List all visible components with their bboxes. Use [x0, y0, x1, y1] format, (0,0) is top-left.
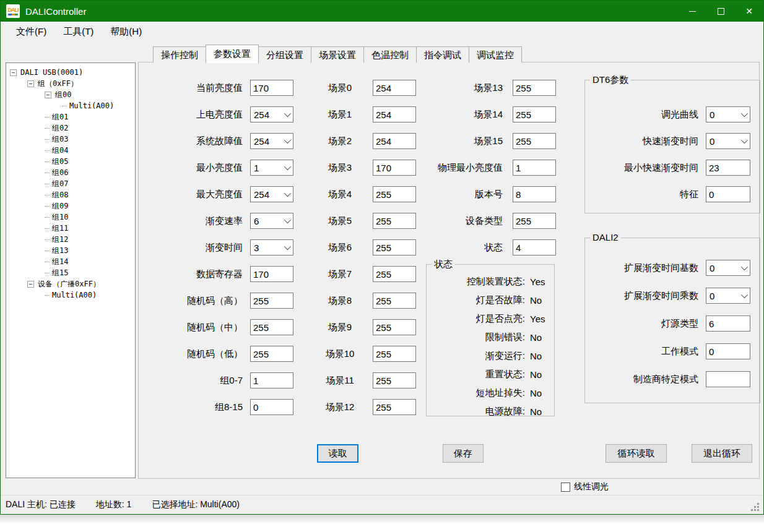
tree-item[interactable]: 组03: [6, 134, 135, 145]
tab-parameter-settings[interactable]: 参数设置: [206, 45, 259, 63]
menu-item-2[interactable]: 帮助(H): [110, 26, 142, 38]
field-input[interactable]: [706, 186, 750, 202]
field-input[interactable]: [373, 346, 416, 362]
tree-item[interactable]: 组12: [6, 234, 135, 245]
checkbox-icon[interactable]: [561, 483, 570, 492]
status-row: 重置状态:No: [427, 365, 554, 384]
field-input[interactable]: [513, 186, 556, 202]
tree-item[interactable]: Multi(A00): [6, 290, 135, 301]
linear-dimming-checkbox[interactable]: 线性调光: [561, 481, 609, 492]
dt6-groupbox: DT6参数 调光曲线0快速渐变时间0最小快速渐变时间特征: [584, 80, 760, 213]
field-input[interactable]: [513, 80, 556, 96]
exit-loop-button[interactable]: 退出循环: [692, 444, 752, 463]
field-combo[interactable]: 0: [706, 106, 750, 122]
field-input[interactable]: [373, 293, 416, 309]
field-combo[interactable]: 254: [250, 186, 293, 202]
status-row: 灯是否点亮:Yes: [427, 309, 554, 328]
tree-item[interactable]: Multi(A00): [6, 100, 135, 111]
tree-item[interactable]: 组14: [6, 256, 135, 267]
tab-operation-control[interactable]: 操作控制: [153, 46, 206, 62]
field-input[interactable]: [706, 371, 750, 387]
chevron-down-icon: [284, 163, 291, 170]
field-input[interactable]: [250, 372, 293, 388]
field-row: 快速渐变时间0: [585, 133, 760, 149]
field-row: 渐变速率6: [139, 213, 293, 229]
field-input[interactable]: [373, 266, 416, 282]
loop-read-button[interactable]: 循环读取: [606, 444, 667, 463]
field-combo[interactable]: 0: [706, 288, 750, 304]
tree-item[interactable]: 组09: [6, 200, 135, 212]
chevron-down-icon: [284, 217, 291, 223]
field-input[interactable]: [513, 160, 556, 176]
maximize-button[interactable]: [706, 1, 735, 22]
read-button[interactable]: 读取: [317, 444, 358, 463]
tree-item[interactable]: DALI USB(0001): [6, 67, 135, 78]
tab-strip: 操作控制参数设置分组设置场景设置色温控制指令调试调试监控: [153, 45, 521, 62]
tree-item[interactable]: 组07: [6, 178, 135, 189]
combo-value: 254: [254, 189, 269, 200]
field-input[interactable]: [513, 106, 556, 122]
tab-command-debug[interactable]: 指令调试: [416, 46, 469, 62]
field-input[interactable]: [513, 213, 556, 229]
tab-color-temp-control[interactable]: 色温控制: [363, 46, 417, 62]
field-row: 随机码（高）: [139, 293, 293, 309]
field-input[interactable]: [706, 160, 750, 176]
field-input[interactable]: [373, 319, 416, 335]
close-button[interactable]: ✕: [735, 1, 763, 22]
tree-item[interactable]: 组04: [6, 145, 135, 156]
tree-item[interactable]: 组10: [6, 212, 135, 223]
field-input[interactable]: [513, 239, 556, 255]
tree-item[interactable]: 组15: [6, 267, 135, 278]
field-combo[interactable]: 3: [250, 239, 293, 255]
field-combo[interactable]: 0: [706, 133, 750, 149]
field-input[interactable]: [373, 399, 416, 415]
tree-item[interactable]: 组08: [6, 189, 135, 200]
save-button[interactable]: 保存: [443, 444, 484, 463]
menu-item-0[interactable]: 文件(F): [16, 26, 46, 38]
tree-item[interactable]: 组（0xFF）: [6, 78, 135, 89]
minimize-button[interactable]: [678, 1, 706, 22]
field-label: 组0-7: [139, 375, 243, 387]
field-combo[interactable]: 1: [250, 160, 293, 176]
field-label: 场景5: [312, 215, 368, 227]
tab-scene-settings[interactable]: 场景设置: [311, 46, 364, 62]
field-input[interactable]: [250, 399, 293, 415]
field-input[interactable]: [250, 80, 293, 96]
tab-grouping-settings[interactable]: 分组设置: [258, 46, 311, 62]
field-label: 场景6: [312, 242, 368, 254]
collapse-icon[interactable]: [45, 92, 51, 98]
collapse-icon[interactable]: [27, 281, 34, 288]
tab-debug-monitor[interactable]: 调试监控: [469, 46, 522, 62]
tree-item[interactable]: 组02: [6, 122, 135, 134]
field-input[interactable]: [250, 346, 293, 362]
menu-item-1[interactable]: 工具(T): [63, 26, 93, 38]
collapse-icon[interactable]: [10, 69, 17, 76]
field-input[interactable]: [513, 133, 556, 149]
tree-item[interactable]: 组06: [6, 167, 135, 178]
combo-value: 6: [254, 216, 259, 226]
field-combo[interactable]: 254: [250, 106, 293, 122]
collapse-icon[interactable]: [27, 80, 34, 87]
field-row: 组8-15: [139, 399, 293, 415]
field-combo[interactable]: 0: [706, 260, 750, 276]
field-combo[interactable]: 254: [250, 133, 293, 149]
field-input[interactable]: [250, 319, 293, 335]
tree-item[interactable]: 组00: [6, 89, 135, 100]
tree-item-label: 组（0xFF）: [38, 79, 78, 89]
tree-item[interactable]: 组13: [6, 245, 135, 256]
field-combo[interactable]: 6: [250, 213, 293, 229]
status-label: 重置状态:: [427, 369, 525, 380]
status-label: 渐变运行:: [427, 350, 525, 362]
tree-item[interactable]: 组05: [6, 156, 135, 167]
field-input[interactable]: [706, 315, 750, 332]
tree-item[interactable]: 组01: [6, 111, 135, 122]
field-input[interactable]: [373, 372, 416, 388]
field-input[interactable]: [250, 266, 293, 282]
tree-connector: [45, 161, 50, 162]
tree-item[interactable]: 设备（广播0xFF）: [6, 278, 135, 290]
tree-item[interactable]: 组11: [6, 223, 135, 234]
resize-grip-icon[interactable]: [751, 503, 760, 512]
field-input[interactable]: [706, 343, 750, 359]
field-input[interactable]: [250, 293, 293, 309]
menubar: 文件(F)工具(T)帮助(H): [1, 22, 763, 41]
